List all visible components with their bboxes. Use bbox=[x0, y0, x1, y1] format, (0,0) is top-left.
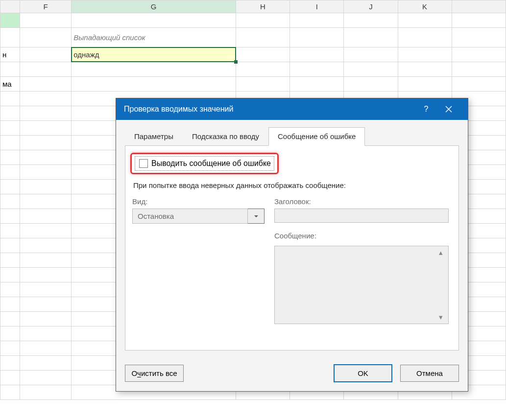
chevron-down-icon bbox=[254, 214, 259, 219]
column-header-k[interactable]: K bbox=[398, 0, 452, 13]
cell-g3-note[interactable]: Выпадающий список bbox=[72, 28, 236, 47]
cancel-button[interactable]: Отмена bbox=[400, 365, 459, 382]
kind-label: Вид: bbox=[132, 197, 265, 206]
ok-button[interactable]: OK bbox=[334, 364, 392, 382]
cell-partial-r2[interactable] bbox=[0, 13, 20, 28]
help-button[interactable]: ? bbox=[415, 98, 437, 120]
cell-g4-value: однажд bbox=[73, 50, 99, 59]
close-button[interactable] bbox=[437, 98, 460, 120]
dialog-title-text: Проверка вводимых значений bbox=[124, 105, 233, 114]
dialog-footer: Очистить все OK Отмена bbox=[116, 357, 468, 391]
tab-error-message[interactable]: Сообщение об ошибке bbox=[268, 127, 365, 146]
kind-select[interactable]: Остановка bbox=[132, 209, 265, 224]
cell-partial-r6[interactable]: ма bbox=[0, 77, 20, 92]
close-icon bbox=[445, 106, 452, 113]
error-subtitle-text: При попытке ввода неверных данных отобра… bbox=[132, 180, 449, 193]
column-header-h[interactable]: H bbox=[236, 0, 289, 13]
column-header-i[interactable]: I bbox=[290, 0, 344, 13]
column-header-j[interactable]: J bbox=[344, 0, 398, 13]
column-header-f[interactable]: F bbox=[20, 0, 72, 13]
column-header-partial[interactable] bbox=[0, 0, 20, 13]
error-message-textarea[interactable]: ▴ ▾ bbox=[274, 246, 449, 324]
tab-parameters[interactable]: Параметры bbox=[125, 127, 183, 146]
column-header-g[interactable]: G bbox=[72, 0, 236, 13]
error-title-input[interactable] bbox=[274, 209, 449, 223]
fill-handle[interactable] bbox=[234, 60, 238, 64]
help-icon: ? bbox=[424, 105, 429, 114]
tab-content-error: Выводить сообщение об ошибке При попытке… bbox=[125, 146, 459, 350]
show-error-checkbox-label[interactable]: Выводить сообщение об ошибке bbox=[135, 156, 274, 171]
show-error-text: Выводить сообщение об ошибке bbox=[151, 159, 271, 168]
cell-partial-r4[interactable]: н bbox=[0, 47, 20, 62]
dialog-titlebar[interactable]: Проверка вводимых значений ? bbox=[116, 98, 468, 120]
tab-strip: Параметры Подсказка по вводу Сообщение о… bbox=[125, 127, 459, 146]
scroll-up-icon[interactable]: ▴ bbox=[436, 248, 445, 257]
show-error-checkbox[interactable] bbox=[139, 159, 148, 168]
data-validation-dialog: Проверка вводимых значений ? Параметры П… bbox=[116, 98, 468, 392]
kind-select-value: Остановка bbox=[132, 209, 248, 224]
scroll-down-icon[interactable]: ▾ bbox=[436, 313, 445, 322]
highlight-frame: Выводить сообщение об ошибке bbox=[130, 153, 279, 174]
kind-select-button[interactable] bbox=[248, 209, 265, 224]
cell-g4-selected[interactable]: однажд bbox=[72, 47, 236, 62]
clear-all-button[interactable]: Очистить все bbox=[125, 365, 184, 382]
tab-input-hint[interactable]: Подсказка по вводу bbox=[183, 127, 268, 146]
message-label: Сообщение: bbox=[274, 232, 449, 240]
column-header-row: F G H I J K bbox=[0, 0, 506, 13]
title-label: Заголовок: bbox=[274, 197, 449, 206]
